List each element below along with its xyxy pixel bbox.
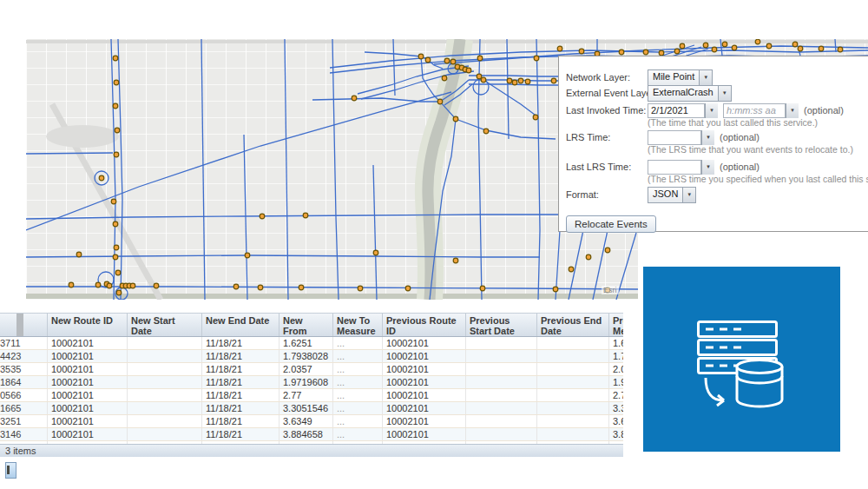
chevron-down-icon[interactable]: ▾ <box>699 70 712 85</box>
table-cell: 11/18/21 <box>202 441 279 444</box>
chevron-down-icon[interactable]: ▾ <box>786 103 799 118</box>
table-cell <box>466 402 537 414</box>
column-header[interactable]: Pre Me <box>609 314 623 336</box>
table-cell <box>466 415 537 427</box>
table-cell: 11/18/21 <box>202 350 279 362</box>
grid-body: 37111000210111/18/211.6251...100021011.6… <box>0 337 623 444</box>
grid-header: New Route IDNew Start DateNew End DateNe… <box>0 313 623 337</box>
optional-label: (optional) <box>720 162 760 172</box>
table-cell: ... <box>333 428 383 440</box>
field-last-invoked-time: Last Invoked Time: ▾ ▾ (optional) <box>566 102 844 118</box>
grid-status-bar: 3 items <box>0 444 623 457</box>
table-cell: 11/18/21 <box>202 337 279 349</box>
table-cell <box>466 441 537 444</box>
column-header[interactable]: New End Date <box>202 314 279 336</box>
relocate-events-form: Network Layer: Mile Point ▾ External Eve… <box>558 56 868 232</box>
table-cell: 10002101 <box>48 350 128 362</box>
table-cell: 10002101 <box>383 363 466 375</box>
table-row[interactable]: 05661000210111/18/212.77...100021012.7 <box>0 389 623 402</box>
column-header[interactable]: Previous Route ID <box>383 314 466 336</box>
table-cell <box>128 337 202 349</box>
table-cell: ... <box>333 363 383 375</box>
table-cell: 10002101 <box>48 441 128 444</box>
table-cell: 10002101 <box>383 441 466 444</box>
table-cell: 3.884658 <box>279 428 333 440</box>
network-layer-select[interactable]: Mile Point ▾ <box>648 69 713 86</box>
table-cell: 3.6349 <box>279 415 333 427</box>
table-cell: 2.77 <box>279 389 333 401</box>
table-cell: ... <box>333 376 383 388</box>
table-cell <box>128 428 202 440</box>
table-cell: 1864 <box>0 376 48 388</box>
data-tile <box>643 267 840 452</box>
table-cell: 0566 <box>0 389 48 401</box>
table-cell <box>466 363 537 375</box>
column-header[interactable] <box>0 314 48 336</box>
table-cell: 1.6251 <box>279 337 333 349</box>
table-cell: 10002101 <box>383 402 466 414</box>
table-cell <box>537 389 609 401</box>
chevron-down-icon[interactable]: ▾ <box>682 188 695 202</box>
format-label: Format: <box>566 189 648 200</box>
table-cell <box>128 389 202 401</box>
chevron-down-icon[interactable]: ▾ <box>701 160 714 175</box>
chevron-down-icon[interactable]: ▾ <box>718 86 731 101</box>
table-row[interactable]: 31461000210111/18/213.884658...100021013… <box>0 428 623 441</box>
table-cell <box>537 402 609 414</box>
relocate-events-button[interactable]: Relocate Events <box>566 215 656 233</box>
table-row[interactable]: 36841000210111/18/214.2107776...10002101… <box>0 441 623 444</box>
format-select[interactable]: JSON ▾ <box>648 187 696 203</box>
table-cell: 11/18/21 <box>202 402 279 414</box>
last-lrs-time-input[interactable] <box>648 160 701 175</box>
table-row[interactable]: 32511000210111/18/213.6349...100021013.6 <box>0 415 623 428</box>
format-value: JSON <box>648 188 682 202</box>
last-invoked-time-input[interactable] <box>723 103 786 118</box>
table-cell: 2.7 <box>609 389 623 401</box>
table-cell: 10002101 <box>383 415 466 427</box>
lrs-time-helper: (The LRS time that you want events to re… <box>648 144 853 155</box>
table-row[interactable]: 44231000210111/18/211.7938028...10002101… <box>0 350 623 363</box>
table-cell: ... <box>333 350 383 362</box>
table-cell: 1.9719608 <box>279 376 333 388</box>
table-cell: 10002101 <box>383 428 466 440</box>
chevron-down-icon[interactable]: ▾ <box>701 130 714 145</box>
table-cell <box>466 350 537 362</box>
column-header[interactable]: New From Measure <box>279 314 333 336</box>
column-header[interactable]: New To Measure <box>333 314 383 336</box>
table-cell: 3251 <box>0 415 48 427</box>
screenshot-root: Esri Network Layer: Mile Point ▾ Externa… <box>0 0 868 489</box>
last-invoked-date-input[interactable] <box>648 103 705 118</box>
table-cell: ... <box>333 402 383 414</box>
table-cell: 11/18/21 <box>202 389 279 401</box>
table-row[interactable]: 35351000210111/18/212.0357...100021012.0 <box>0 363 623 376</box>
column-header[interactable]: Previous Start Date <box>466 314 537 336</box>
table-cell: 10002101 <box>48 363 128 375</box>
table-cell: 1.6 <box>609 337 623 349</box>
table-row[interactable]: 16651000210111/18/213.3051546...10002101… <box>0 402 623 415</box>
table-cell <box>128 415 202 427</box>
table-cell: 3535 <box>0 363 48 375</box>
table-cell: 11/18/21 <box>202 376 279 388</box>
last-invoked-time-label: Last Invoked Time: <box>566 105 648 116</box>
clipped-pager-button[interactable] <box>5 462 16 479</box>
column-header[interactable]: New Start Date <box>128 314 202 336</box>
table-cell <box>128 402 202 414</box>
column-header[interactable]: New Route ID <box>48 314 128 336</box>
external-event-layer-select[interactable]: ExternalCrash ▾ <box>648 85 732 102</box>
table-cell <box>537 337 609 349</box>
map-attribution: Esri <box>602 286 619 294</box>
table-row[interactable]: 37111000210111/18/211.6251...100021011.6 <box>0 337 623 350</box>
table-cell: 10002101 <box>383 376 466 388</box>
table-row[interactable]: 18641000210111/18/211.9719608...10002101… <box>0 376 623 389</box>
table-cell: 10002101 <box>48 415 128 427</box>
chevron-down-icon[interactable]: ▾ <box>705 103 718 118</box>
column-header[interactable]: Previous End Date <box>537 314 609 336</box>
table-cell: 1.9 <box>609 376 623 388</box>
field-format: Format: JSON ▾ <box>566 187 696 202</box>
table-cell: 11/18/21 <box>202 428 279 440</box>
clipped-glyph <box>7 466 10 474</box>
table-cell: 3.3051546 <box>279 402 333 414</box>
servers-to-database-icon <box>697 320 786 411</box>
lrs-time-input[interactable] <box>648 130 701 145</box>
external-event-layer-label: External Event Layer: <box>566 88 648 98</box>
